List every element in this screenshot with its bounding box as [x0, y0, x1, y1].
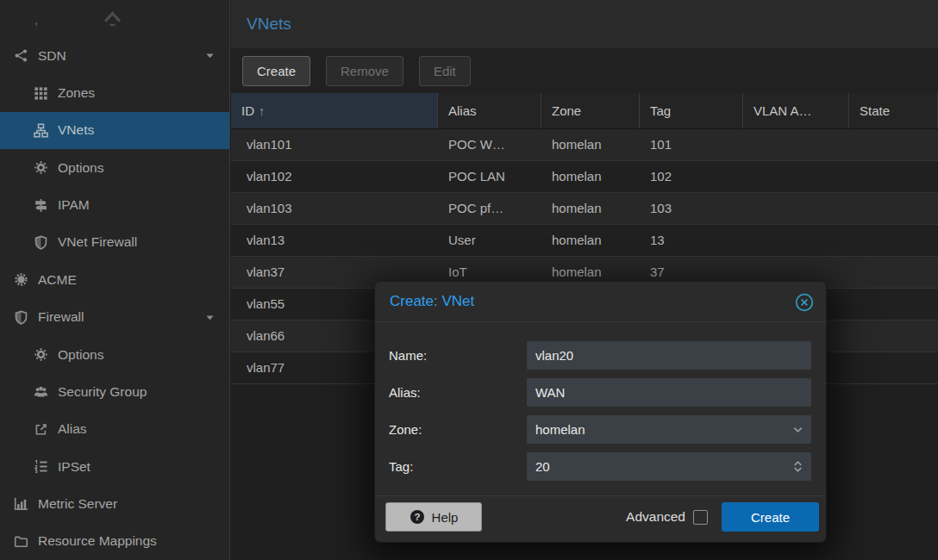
sidebar-item-label: Alias: [58, 421, 87, 437]
create-submit-label: Create: [751, 510, 790, 525]
sidebar-item-sdn[interactable]: SDN: [0, 37, 229, 74]
cell-id: vlan103: [231, 193, 438, 224]
button-label: Remove: [341, 64, 389, 78]
column-header-id[interactable]: ID↑: [231, 93, 438, 128]
column-header-alias[interactable]: Alias: [438, 93, 541, 128]
question-circle-icon: ?: [410, 509, 425, 525]
table-row[interactable]: vlan102POC LANhomelan102: [231, 161, 938, 193]
sidebar-item-label: Options: [58, 347, 103, 363]
sdn-icon: [9, 48, 32, 63]
chevron-down-icon[interactable]: [791, 422, 805, 437]
cell-state: [849, 352, 938, 383]
advanced-checkbox[interactable]: [693, 510, 708, 525]
sidebar-item-label: IPAM: [58, 197, 90, 213]
sidebar-item-options[interactable]: Options: [0, 149, 229, 186]
sidebar-item-label: Security Group: [58, 384, 147, 400]
cell-state: [849, 257, 938, 288]
alias-input[interactable]: WAN: [527, 378, 811, 407]
sidebar-item-firewall[interactable]: Firewall: [0, 299, 229, 336]
sidebar-item-label: ACME: [38, 272, 77, 288]
sidebar-item-security-group[interactable]: Security Group: [0, 373, 229, 410]
cell-id: vlan102: [231, 161, 438, 192]
cell-zone: homelan: [541, 161, 640, 192]
column-header-vlan-a[interactable]: VLAN A…: [743, 93, 849, 128]
sidebar-item-ipam[interactable]: IPAM: [0, 186, 229, 223]
sidebar-item-metric-server[interactable]: Metric Server: [0, 485, 229, 522]
create-button[interactable]: Create: [242, 56, 310, 86]
sidebar-item-zones[interactable]: Zones: [0, 74, 229, 111]
chevron-up-icon: [101, 6, 124, 29]
sidebar-item-acme[interactable]: ACME: [0, 261, 229, 298]
sidebar-item-vnet-firewall[interactable]: VNet Firewall: [0, 224, 229, 261]
sidebar-item-vnets[interactable]: VNets: [0, 112, 229, 149]
table-row[interactable]: vlan13Userhomelan13: [231, 225, 938, 257]
button-label: Create: [257, 64, 296, 78]
cell-vlan-aware: [743, 129, 849, 160]
column-header-state[interactable]: State: [849, 93, 938, 128]
users-icon: [29, 384, 52, 399]
bar-chart-icon: [9, 496, 32, 511]
sidebar-item-label: Zones: [58, 85, 95, 101]
cell-state: [849, 289, 938, 320]
help-button[interactable]: ? Help: [385, 502, 482, 532]
sort-asc-icon: ↑: [259, 104, 265, 118]
create-submit-button[interactable]: Create: [722, 502, 819, 532]
zone-input[interactable]: homelan: [527, 415, 811, 444]
sidebar-item-label: Firewall: [38, 309, 84, 325]
sidebar-item-alias[interactable]: Alias: [0, 411, 229, 448]
shield-icon: [9, 310, 32, 325]
caret-down-icon: [202, 311, 217, 324]
sidebar-item-resource-mappings[interactable]: Resource Mappings: [0, 523, 229, 560]
sidebar-items: SDNZonesVNetsOptionsIPAMVNet FirewallACM…: [0, 37, 229, 560]
field-label: Zone:: [389, 415, 422, 444]
sidebar-item-label: Resource Mappings: [38, 533, 157, 549]
cell-state: [849, 161, 938, 192]
column-header-tag[interactable]: Tag: [640, 93, 743, 128]
cell-state: [849, 320, 938, 352]
close-icon[interactable]: [794, 292, 815, 313]
field-alias: Alias:WAN: [389, 378, 811, 407]
caret-down-icon: [202, 49, 217, 62]
folder-icon: [9, 534, 32, 549]
gear-icon: [29, 160, 52, 175]
column-header-zone[interactable]: Zone: [541, 93, 640, 128]
cell-alias: POC pf…: [438, 193, 541, 224]
signpost-icon: [29, 198, 52, 213]
cell-tag: 101: [640, 129, 743, 160]
field-value: homelan: [535, 415, 585, 444]
sidebar-item-ipset[interactable]: IPSet: [0, 448, 229, 485]
dialog-header[interactable]: Create: VNet: [375, 282, 826, 321]
sidebar-item-label: Metric Server: [38, 496, 117, 512]
create-vnet-dialog: Create: VNet Name:vlan20Alias:WANZone:ho…: [374, 281, 827, 543]
table-row[interactable]: vlan103POC pf…homelan103: [231, 193, 938, 225]
field-value: vlan20: [535, 341, 573, 370]
cell-vlan-aware: [743, 225, 849, 256]
field-label: Tag:: [389, 452, 413, 481]
cell-alias: POC LAN: [438, 161, 541, 192]
cell-vlan-aware: [743, 193, 849, 224]
remove-button: Remove: [326, 56, 403, 86]
advanced-label: Advanced: [626, 509, 685, 525]
field-label: Alias:: [389, 378, 421, 407]
table-row[interactable]: vlan101POC W…homelan101: [231, 129, 938, 161]
cell-alias: POC W…: [438, 129, 541, 160]
dialog-title: Create: VNet: [390, 293, 474, 310]
spinner-icon[interactable]: [791, 459, 805, 474]
cell-id: vlan101: [231, 129, 438, 160]
cell-tag: 102: [640, 161, 743, 192]
field-zone: Zone:homelan: [389, 415, 811, 444]
field-label: Name:: [389, 341, 427, 370]
cell-vlan-aware: [743, 161, 849, 192]
name-input[interactable]: vlan20: [527, 341, 811, 370]
sidebar-item-label: SDN: [38, 48, 66, 64]
grid-icon: [29, 86, 52, 101]
sidebar-item-label: VNet Firewall: [58, 234, 137, 250]
sidebar-scroll-up[interactable]: ,: [0, 0, 229, 37]
sidebar-item-options[interactable]: Options: [0, 336, 229, 373]
svg-text:?: ?: [414, 512, 420, 522]
shield-icon: [29, 235, 52, 250]
tag-input[interactable]: 20: [527, 452, 811, 481]
cell-zone: homelan: [541, 193, 640, 224]
grid-header: ID↑AliasZoneTagVLAN A…State: [231, 93, 938, 129]
cell-state: [849, 225, 938, 256]
